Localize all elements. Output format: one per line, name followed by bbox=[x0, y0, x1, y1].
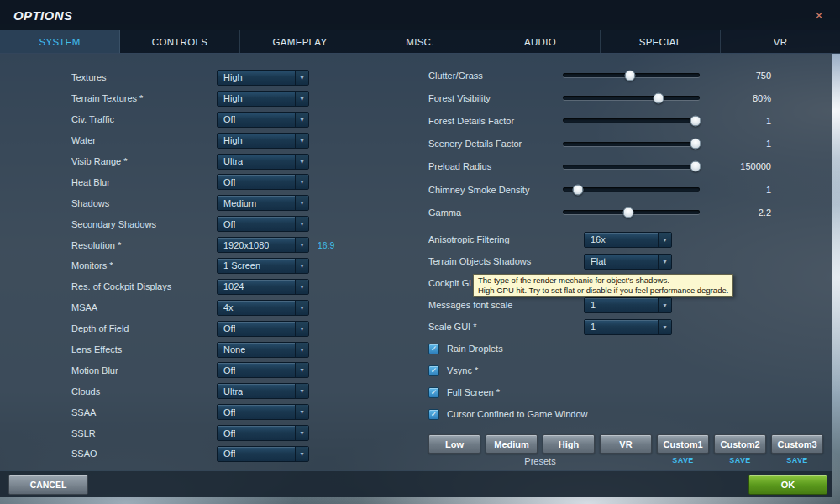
slider-row: Forest Visibility80% bbox=[428, 87, 825, 109]
dropdown-lens-effects[interactable]: None▾ bbox=[217, 342, 309, 358]
slider-handle[interactable] bbox=[623, 207, 634, 218]
dropdown-shadows[interactable]: Medium▾ bbox=[217, 195, 309, 211]
tab-misc[interactable]: MISC. bbox=[360, 30, 480, 53]
option-label: Resolution * bbox=[71, 240, 121, 250]
slider-track-clutter-grass[interactable] bbox=[563, 73, 700, 77]
slider-label: Forest Details Factor bbox=[428, 116, 514, 126]
dropdown-textures[interactable]: High▾ bbox=[217, 70, 309, 86]
dropdown-civ-traffic[interactable]: Off▾ bbox=[217, 112, 309, 128]
dropdown-visib-range[interactable]: Ultra▾ bbox=[217, 154, 309, 170]
slider-value: 150000 bbox=[696, 161, 771, 171]
slider-track-preload-radius[interactable] bbox=[563, 165, 700, 169]
dropdown-motion-blur[interactable]: Off▾ bbox=[217, 362, 309, 378]
option-row: Civ. TrafficOff▾ bbox=[71, 109, 349, 130]
dropdown-secondary-shadows[interactable]: Off▾ bbox=[217, 216, 309, 232]
save-custom1-link[interactable]: SAVE bbox=[657, 456, 709, 465]
chevron-down-icon: ▾ bbox=[658, 255, 671, 269]
slider-value: 750 bbox=[696, 71, 771, 81]
option-label: Cockpit Gl bbox=[428, 278, 471, 288]
dropdown-monitors[interactable]: 1 Screen▾ bbox=[217, 258, 309, 274]
slider-value: 80% bbox=[696, 93, 771, 103]
chevron-down-icon: ▾ bbox=[295, 363, 308, 377]
preset-button-custom1[interactable]: Custom1 bbox=[657, 434, 709, 454]
option-label: Water bbox=[71, 135, 96, 145]
slider-track-scenery-details-factor[interactable] bbox=[563, 142, 700, 146]
tab-gameplay[interactable]: GAMEPLAY bbox=[240, 30, 360, 53]
option-row: ShadowsMedium▾ bbox=[71, 192, 349, 213]
dropdown-heat-blur[interactable]: Off▾ bbox=[217, 174, 309, 190]
checkbox-rain-droplets[interactable]: ✓ bbox=[428, 344, 439, 354]
option-row: Terrain Objects ShadowsFlat▾ bbox=[428, 250, 825, 272]
dropdown-value: Off bbox=[223, 323, 235, 333]
preset-button-vr[interactable]: VR bbox=[600, 434, 652, 454]
dropdown-ssao[interactable]: Off▾ bbox=[217, 446, 309, 462]
dropdown-res-of-cockpit-displays[interactable]: 1024▾ bbox=[217, 279, 309, 295]
dropdown-value: Off bbox=[223, 449, 235, 459]
dropdown-ssaa[interactable]: Off▾ bbox=[217, 404, 309, 420]
slider-label: Preload Radius bbox=[428, 161, 491, 171]
chevron-down-icon: ▾ bbox=[295, 405, 308, 419]
save-custom3-link[interactable]: SAVE bbox=[771, 456, 823, 465]
checkbox-label: Vsync * bbox=[447, 365, 478, 375]
chevron-down-icon: ▾ bbox=[295, 196, 308, 210]
presets-row: LowMediumHighVRCustom1Custom2Custom3 bbox=[428, 434, 825, 454]
dropdown-sslr[interactable]: Off▾ bbox=[217, 425, 309, 441]
option-row: Motion BlurOff▾ bbox=[71, 360, 349, 381]
dropdown-clouds[interactable]: Ultra▾ bbox=[217, 383, 309, 399]
ok-button[interactable]: OK bbox=[748, 475, 827, 495]
chevron-down-icon: ▾ bbox=[295, 113, 308, 127]
checkbox-vsync[interactable]: ✓ bbox=[428, 365, 439, 376]
chevron-down-icon: ▾ bbox=[658, 233, 671, 247]
tab-system[interactable]: SYSTEM bbox=[0, 30, 120, 53]
slider-track-chimney-smoke-density[interactable] bbox=[563, 187, 700, 192]
dropdown-resolution[interactable]: 1920x1080▾ bbox=[217, 237, 309, 253]
save-custom2-link[interactable]: SAVE bbox=[714, 456, 766, 465]
dropdown-terrain-textures[interactable]: High▾ bbox=[217, 91, 309, 107]
slider-handle[interactable] bbox=[572, 184, 583, 195]
slider-value: 1 bbox=[696, 185, 771, 195]
slider-track-forest-visibility[interactable] bbox=[563, 96, 700, 100]
slider-label: Chimney Smoke Density bbox=[428, 185, 529, 195]
preset-button-medium[interactable]: Medium bbox=[486, 434, 538, 454]
preset-button-custom2[interactable]: Custom2 bbox=[714, 434, 766, 454]
dropdown-value: High bbox=[223, 135, 243, 145]
checkbox-full-screen[interactable]: ✓ bbox=[428, 387, 439, 398]
dropdown-value: Off bbox=[223, 114, 235, 124]
close-icon[interactable]: × bbox=[815, 8, 823, 23]
slider-track-forest-details-factor[interactable] bbox=[563, 118, 700, 123]
chevron-down-icon: ▾ bbox=[295, 259, 308, 273]
preset-button-custom3[interactable]: Custom3 bbox=[771, 434, 823, 454]
tab-special[interactable]: SPECIAL bbox=[601, 30, 721, 53]
dropdown-anisotropic-filtering[interactable]: 16x▾ bbox=[584, 232, 672, 248]
option-label: SSAO bbox=[71, 449, 97, 459]
dropdown-depth-of-field[interactable]: Off▾ bbox=[217, 321, 309, 337]
option-label: Monitors * bbox=[71, 260, 113, 270]
option-row: Messages font scale1▾ bbox=[428, 294, 825, 316]
dropdown-messages-font-scale[interactable]: 1▾ bbox=[584, 297, 672, 313]
tab-controls[interactable]: CONTROLS bbox=[120, 30, 240, 53]
chevron-down-icon: ▾ bbox=[295, 92, 308, 106]
dropdown-terrain-objects-shadows[interactable]: Flat▾ bbox=[584, 254, 672, 270]
checkbox-cursor-confined-to-game-window[interactable]: ✓ bbox=[428, 409, 439, 420]
preset-button-high[interactable]: High bbox=[543, 434, 595, 454]
slider-label: Forest Visibility bbox=[428, 93, 491, 103]
tab-audio[interactable]: AUDIO bbox=[480, 30, 601, 53]
presets-underlabels: Presets SAVE SAVE SAVE bbox=[428, 456, 825, 468]
tab-vr[interactable]: VR bbox=[721, 30, 840, 53]
preset-button-low[interactable]: Low bbox=[428, 434, 480, 454]
cancel-button[interactable]: CANCEL bbox=[8, 475, 88, 495]
option-label: Civ. Traffic bbox=[71, 114, 114, 124]
chevron-down-icon: ▾ bbox=[295, 322, 308, 336]
dropdown-value: 1 Screen bbox=[223, 260, 260, 270]
slider-handle[interactable] bbox=[624, 70, 635, 81]
option-label: Clouds bbox=[71, 386, 100, 396]
slider-handle[interactable] bbox=[654, 92, 664, 103]
dropdown-msaa[interactable]: 4x▾ bbox=[217, 300, 309, 316]
chevron-down-icon: ▾ bbox=[295, 134, 308, 148]
slider-track-gamma[interactable] bbox=[563, 210, 700, 214]
option-label: Shadows bbox=[71, 198, 109, 208]
dropdown-scale-gui[interactable]: 1▾ bbox=[584, 319, 672, 335]
dropdown-water[interactable]: High▾ bbox=[217, 133, 309, 149]
option-label: Messages font scale bbox=[428, 300, 512, 310]
checkbox-row: ✓Full Screen * bbox=[428, 381, 825, 403]
